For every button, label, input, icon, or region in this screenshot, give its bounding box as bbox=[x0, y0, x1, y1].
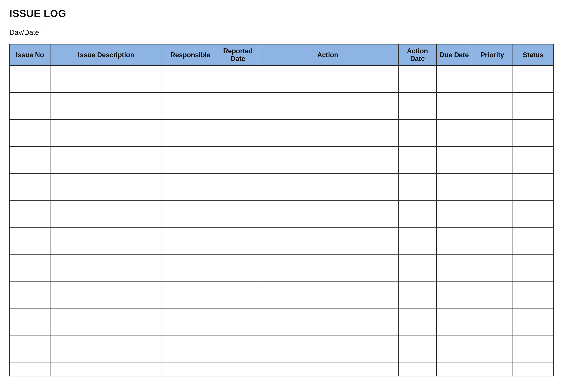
cell-reported_date bbox=[219, 228, 257, 241]
cell-issue_no bbox=[10, 322, 50, 336]
cell-status bbox=[513, 120, 553, 133]
cell-responsible bbox=[162, 201, 219, 214]
cell-responsible bbox=[162, 147, 219, 160]
cell-reported_date bbox=[219, 282, 257, 295]
col-header-action: Action bbox=[257, 44, 398, 65]
table-row bbox=[10, 309, 553, 322]
col-header-status: Status bbox=[513, 44, 553, 65]
cell-description bbox=[50, 268, 162, 282]
cell-action bbox=[257, 241, 398, 255]
cell-description bbox=[50, 174, 162, 187]
cell-issue_no bbox=[10, 147, 50, 160]
cell-responsible bbox=[162, 363, 219, 376]
cell-description bbox=[50, 79, 162, 92]
cell-issue_no bbox=[10, 133, 50, 147]
cell-priority bbox=[472, 228, 512, 241]
cell-responsible bbox=[162, 336, 219, 349]
cell-responsible bbox=[162, 106, 219, 120]
cell-action_date bbox=[398, 174, 436, 187]
cell-status bbox=[513, 133, 553, 147]
cell-responsible bbox=[162, 79, 219, 92]
cell-priority bbox=[472, 309, 512, 322]
table-row bbox=[10, 147, 553, 160]
cell-priority bbox=[472, 120, 512, 133]
cell-action bbox=[257, 79, 398, 92]
cell-reported_date bbox=[219, 349, 257, 363]
cell-description bbox=[50, 309, 162, 322]
cell-priority bbox=[472, 214, 512, 228]
cell-priority bbox=[472, 336, 512, 349]
cell-reported_date bbox=[219, 309, 257, 322]
cell-issue_no bbox=[10, 79, 50, 92]
cell-due_date bbox=[436, 133, 472, 147]
cell-status bbox=[513, 295, 553, 309]
cell-action_date bbox=[398, 214, 436, 228]
cell-reported_date bbox=[219, 147, 257, 160]
cell-due_date bbox=[436, 295, 472, 309]
title-divider bbox=[9, 21, 554, 21]
cell-due_date bbox=[436, 349, 472, 363]
table-row bbox=[10, 201, 553, 214]
cell-action_date bbox=[398, 349, 436, 363]
cell-issue_no bbox=[10, 187, 50, 201]
table-row bbox=[10, 214, 553, 228]
cell-action_date bbox=[398, 187, 436, 201]
cell-action bbox=[257, 363, 398, 376]
cell-reported_date bbox=[219, 363, 257, 376]
cell-priority bbox=[472, 268, 512, 282]
cell-description bbox=[50, 65, 162, 79]
cell-due_date bbox=[436, 268, 472, 282]
cell-issue_no bbox=[10, 241, 50, 255]
cell-issue_no bbox=[10, 65, 50, 79]
cell-status bbox=[513, 160, 553, 174]
cell-issue_no bbox=[10, 282, 50, 295]
day-date-label: Day/Date : bbox=[9, 28, 43, 36]
cell-action_date bbox=[398, 268, 436, 282]
table-row bbox=[10, 268, 553, 282]
cell-action_date bbox=[398, 65, 436, 79]
cell-reported_date bbox=[219, 79, 257, 92]
cell-status bbox=[513, 241, 553, 255]
cell-reported_date bbox=[219, 201, 257, 214]
cell-action_date bbox=[398, 295, 436, 309]
cell-description bbox=[50, 349, 162, 363]
cell-issue_no bbox=[10, 214, 50, 228]
cell-status bbox=[513, 268, 553, 282]
cell-description bbox=[50, 133, 162, 147]
cell-responsible bbox=[162, 174, 219, 187]
cell-action bbox=[257, 268, 398, 282]
cell-action bbox=[257, 201, 398, 214]
table-row bbox=[10, 228, 553, 241]
cell-due_date bbox=[436, 187, 472, 201]
cell-issue_no bbox=[10, 268, 50, 282]
cell-priority bbox=[472, 92, 512, 106]
cell-issue_no bbox=[10, 92, 50, 106]
cell-reported_date bbox=[219, 268, 257, 282]
cell-responsible bbox=[162, 349, 219, 363]
table-row bbox=[10, 65, 553, 79]
cell-reported_date bbox=[219, 295, 257, 309]
cell-priority bbox=[472, 282, 512, 295]
cell-action bbox=[257, 120, 398, 133]
table-row bbox=[10, 133, 553, 147]
cell-priority bbox=[472, 241, 512, 255]
cell-responsible bbox=[162, 228, 219, 241]
cell-reported_date bbox=[219, 120, 257, 133]
cell-action_date bbox=[398, 79, 436, 92]
cell-issue_no bbox=[10, 295, 50, 309]
cell-description bbox=[50, 282, 162, 295]
table-row bbox=[10, 79, 553, 92]
cell-priority bbox=[472, 349, 512, 363]
cell-responsible bbox=[162, 187, 219, 201]
col-header-priority: Priority bbox=[472, 44, 512, 65]
col-header-responsible: Responsible bbox=[162, 44, 219, 65]
cell-status bbox=[513, 147, 553, 160]
cell-status bbox=[513, 187, 553, 201]
table-row bbox=[10, 92, 553, 106]
cell-action_date bbox=[398, 228, 436, 241]
cell-description bbox=[50, 92, 162, 106]
cell-issue_no bbox=[10, 174, 50, 187]
cell-action bbox=[257, 228, 398, 241]
cell-action bbox=[257, 187, 398, 201]
cell-responsible bbox=[162, 282, 219, 295]
